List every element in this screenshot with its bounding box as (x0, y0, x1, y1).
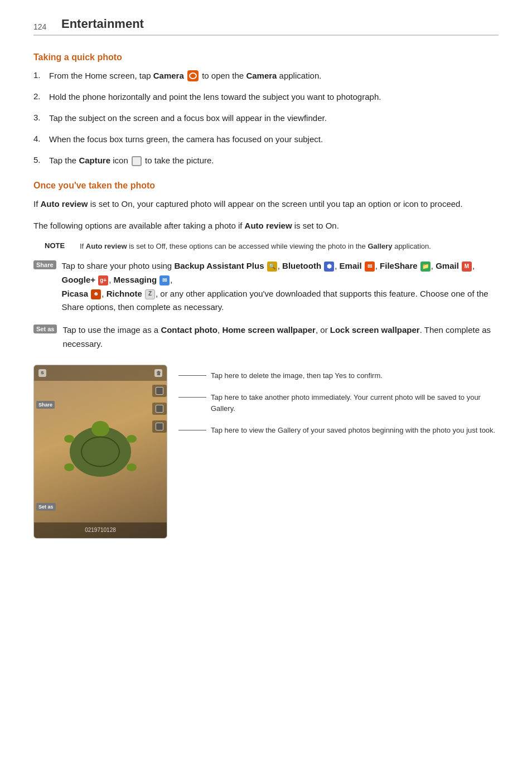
page-title: Entertainment (61, 17, 144, 31)
section-taking-photo: Taking a quick photo 1. From the Home sc… (33, 52, 499, 167)
bold-contact-photo: Contact photo (161, 325, 217, 335)
step-num-3: 3. (33, 112, 49, 124)
bold-gallery-note: Gallery (367, 242, 392, 250)
turtle-leg-bl (64, 463, 74, 471)
bold-bluetooth: Bluetooth (282, 261, 321, 270)
bold-home-wallpaper: Home screen wallpaper (222, 325, 316, 335)
setas-badge: Set as (33, 325, 57, 333)
step-2: 2. Hold the phone horizontally and point… (33, 90, 499, 104)
bold-backup: Backup Assistant Plus (174, 261, 264, 270)
step-num-1: 1. (33, 69, 49, 82)
bold-email: Email (340, 261, 362, 270)
side-btn-gallery[interactable] (152, 420, 167, 433)
phone-screenshot: S 🗑 (33, 365, 167, 539)
share-overlay: Share (36, 399, 55, 408)
share-block: Share Tap to share your photo using Back… (33, 259, 499, 314)
step-4: 4. When the focus box turns green, the c… (33, 133, 499, 146)
callout-line-2 (178, 397, 206, 398)
bold-auto-review-note: Auto review (86, 242, 127, 250)
fileshare-icon: 📁 (420, 262, 431, 272)
step-text-2: Hold the phone horizontally and point th… (49, 90, 499, 104)
callout-line-1 (178, 375, 206, 376)
turtle-body (70, 427, 131, 477)
callout-area: Tap here to delete the image, then tap Y… (178, 365, 499, 447)
section-heading-2: Once you've taken the photo (33, 181, 499, 191)
steps-list: 1. From the Home screen, tap Camera to o… (33, 69, 499, 167)
callout-3: Tap here to view the Gallery of your sav… (178, 425, 499, 436)
turtle-leg-br (127, 463, 137, 471)
page-header: 124 Entertainment (33, 17, 499, 36)
email-icon: ✉ (365, 262, 375, 272)
callout-text-3: Tap here to view the Gallery of your sav… (211, 425, 495, 436)
phone-side-controls (152, 385, 167, 433)
bold-gmail: Gmail (436, 261, 459, 270)
bold-camera-1: Camera (153, 71, 184, 80)
share-badge: Share (33, 260, 56, 269)
share-overlay-label: Share (36, 401, 55, 409)
step-3: 3. Tap the subject on the screen and a f… (33, 112, 499, 125)
bold-fileshare: FileShare (380, 261, 418, 270)
bold-googleplus: Google+ (62, 275, 95, 284)
note-label: NOTE (45, 241, 75, 250)
bold-auto-review-2: Auto review (245, 221, 292, 230)
callout-line-3 (178, 430, 206, 430)
callout-2: Tap here to take another photo immediate… (178, 392, 499, 414)
share-text: Tap to share your photo using Backup Ass… (62, 259, 499, 314)
step-text-1: From the Home screen, tap Camera to open… (49, 69, 499, 83)
side-btn-camera[interactable] (152, 385, 167, 397)
picasa-icon: ☻ (91, 289, 101, 299)
setas-block: Set as Tap to use the image as a Contact… (33, 323, 499, 351)
turtle-leg-tr (127, 435, 137, 443)
gmail-icon: M (462, 262, 472, 272)
bold-richnote: Richnote (107, 289, 142, 298)
turtle-head (91, 421, 109, 437)
side-btn-photo[interactable] (152, 403, 167, 415)
googleplus-icon: g+ (98, 275, 108, 285)
messaging-icon: ✉ (159, 275, 170, 285)
phone-top-bar: S 🗑 (34, 365, 167, 381)
side-btn-photo-icon (156, 405, 163, 413)
phone-bottom-bar: 0219710128 (34, 522, 167, 538)
setas-text: Tap to use the image as a Contact photo,… (62, 323, 499, 351)
bold-capture: Capture (79, 156, 110, 165)
bold-picasa: Picasa (62, 289, 89, 298)
phone-top-icons: S (38, 369, 46, 377)
note-text: If Auto review is set to Off, these opti… (80, 241, 431, 252)
backup-assistant-icon: 🔍 (267, 262, 277, 272)
section-heading-1: Taking a quick photo (33, 52, 499, 62)
section-after-photo: Once you've taken the photo If Auto revi… (33, 181, 499, 351)
step-text-3: Tap the subject on the screen and a focu… (49, 112, 499, 125)
phone-icon-share: S (38, 369, 46, 377)
side-btn-camera-icon (156, 387, 163, 395)
side-btn-gallery-icon (156, 423, 163, 430)
step-text-4: When the focus box turns green, the came… (49, 133, 499, 146)
callout-text-1: Tap here to delete the image, then tap Y… (211, 370, 383, 381)
richnote-icon: Z (145, 289, 155, 299)
phone-screen-inner: S 🗑 (34, 365, 167, 538)
setas-overlay: Set as (36, 501, 56, 510)
bold-lock-wallpaper: Lock screen wallpaper (330, 325, 420, 335)
turtle-figure (70, 427, 131, 477)
step-1: 1. From the Home screen, tap Camera to o… (33, 69, 499, 83)
bold-messaging: Messaging (114, 275, 157, 284)
callout-text-2: Tap here to take another photo immediate… (211, 392, 499, 414)
phone-icon-trash: 🗑 (154, 369, 162, 377)
para-auto-review-2: The following options are available afte… (33, 219, 499, 233)
phone-right-icons: 🗑 (154, 369, 162, 377)
callout-1: Tap here to delete the image, then tap Y… (178, 370, 499, 381)
phone-id-text: 0219710128 (85, 527, 116, 533)
step-5: 5. Tap the Capture icon to take the pict… (33, 154, 499, 167)
turtle-leg-tl (64, 435, 74, 443)
camera-app-icon (187, 70, 199, 81)
setas-overlay-label: Set as (36, 503, 56, 511)
step-num-4: 4. (33, 133, 49, 146)
bluetooth-icon: ⬢ (324, 262, 334, 272)
capture-icon (132, 156, 142, 166)
step-text-5: Tap the Capture icon to take the picture… (49, 154, 499, 167)
diagram-area: S 🗑 (33, 365, 499, 539)
page-number: 124 (33, 22, 56, 31)
bold-camera-2: Camera (246, 71, 277, 80)
note-block: NOTE If Auto review is set to Off, these… (45, 241, 499, 252)
step-num-2: 2. (33, 90, 49, 103)
step-num-5: 5. (33, 154, 49, 167)
